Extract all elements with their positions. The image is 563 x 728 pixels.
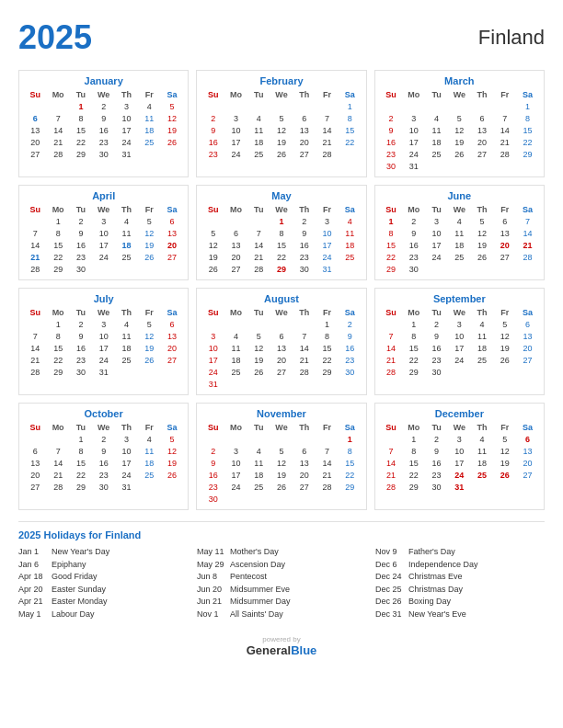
day-cell: 12 [270,124,293,136]
day-cell: 17 [402,136,425,148]
day-cell: 3 [115,433,138,445]
day-cell: 16 [339,342,362,354]
day-cell: 6 [516,433,539,445]
month-name: September [380,293,539,304]
day-cell: 11 [138,445,161,457]
day-cell: 21 [316,469,339,481]
day-header: Su [24,89,47,100]
day-header: We [92,204,115,215]
day-cell: 5 [201,227,224,239]
day-header: Tu [247,422,270,433]
day-cell: 7 [316,112,339,124]
day-cell: 28 [293,366,316,378]
day-cell: 24 [115,136,138,148]
day-cell [293,433,316,445]
day-cell: 13 [293,457,316,469]
day-cell: 23 [380,148,403,160]
day-cell: 4 [138,100,161,112]
day-cell: 11 [224,342,247,354]
holiday-date: Jun 21 [197,596,226,609]
day-cell: 10 [115,112,138,124]
day-cell: 5 [138,318,161,330]
day-header: Tu [425,89,448,100]
day-cell: 22 [402,469,425,481]
day-cell: 22 [47,251,70,263]
day-header: Tu [247,204,270,215]
holiday-entry: Nov 1All Saints' Day [197,609,366,621]
day-cell: 15 [47,342,70,354]
day-cell: 6 [24,112,47,124]
holiday-entry: Dec 31New Year's Eve [375,609,545,621]
day-header: Th [293,422,316,433]
day-headers: SuMoTuWeThFrSa [201,422,361,433]
day-cell: 8 [380,227,403,239]
day-cell [493,366,516,378]
day-cell [24,215,47,227]
holiday-entry: Jan 1New Year's Day [18,546,188,559]
day-header: Sa [516,307,539,318]
day-cell: 12 [138,227,161,239]
day-cell: 16 [70,239,93,251]
day-header: Fr [493,307,516,318]
days-grid: 1234567891011121314151617181920212223242… [24,433,183,493]
day-cell: 16 [92,457,115,469]
day-cell [24,318,47,330]
day-cell [493,100,516,112]
day-cell [224,493,247,505]
holidays-title: 2025 Holidays for Finland [18,529,545,540]
day-cell: 13 [493,227,516,239]
holiday-date: Jan 6 [18,559,48,572]
day-cell: 9 [425,445,448,457]
country-label: Finland [478,26,545,50]
powered-by-text: powered by [18,635,545,643]
day-cell: 2 [402,215,425,227]
day-cell: 25 [115,354,138,366]
day-cell: 19 [138,342,161,354]
day-header: Fr [316,89,339,100]
day-cell: 25 [471,469,494,481]
day-cell: 15 [516,124,539,136]
month-block-september: SeptemberSuMoTuWeThFrSa12345678910111213… [374,288,545,395]
day-header: Tu [247,307,270,318]
day-cell: 7 [247,227,270,239]
day-header: Su [24,422,47,433]
day-cell: 15 [270,239,293,251]
day-cell [293,318,316,330]
day-cell: 5 [493,433,516,445]
day-header: Mo [402,307,425,318]
day-cell: 28 [516,251,539,263]
day-cell: 20 [24,469,47,481]
day-cell: 3 [92,215,115,227]
day-cell [339,148,362,160]
day-cell: 12 [161,112,184,124]
day-cell: 8 [47,227,70,239]
days-grid: 1234567891011121314151617181920212223242… [24,215,183,275]
day-cell: 6 [270,330,293,342]
day-cell: 31 [402,160,425,172]
day-cell: 23 [402,251,425,263]
day-cell [448,366,471,378]
day-cell: 7 [47,445,70,457]
day-cell: 17 [316,239,339,251]
day-cell: 18 [115,342,138,354]
day-cell: 9 [70,227,93,239]
day-cell: 12 [138,330,161,342]
day-header: We [448,422,471,433]
day-cell: 29 [402,481,425,493]
day-cell: 27 [293,148,316,160]
day-header: Sa [161,307,184,318]
holiday-name: Labour Day [52,609,95,621]
day-cell: 12 [270,457,293,469]
month-block-november: NovemberSuMoTuWeThFrSa123456789101112131… [196,403,366,510]
holidays-grid: Jan 1New Year's DayJan 6EpiphanyApr 18Go… [18,546,545,620]
day-cell: 15 [47,239,70,251]
holiday-name: Ascension Day [230,559,285,572]
day-cell: 4 [115,215,138,227]
day-cell: 25 [138,136,161,148]
holiday-entry: Dec 6Independence Day [375,559,545,572]
day-cell: 22 [270,251,293,263]
day-cell: 10 [92,227,115,239]
day-cell: 21 [316,136,339,148]
day-header: Mo [402,204,425,215]
day-cell: 6 [516,318,539,330]
